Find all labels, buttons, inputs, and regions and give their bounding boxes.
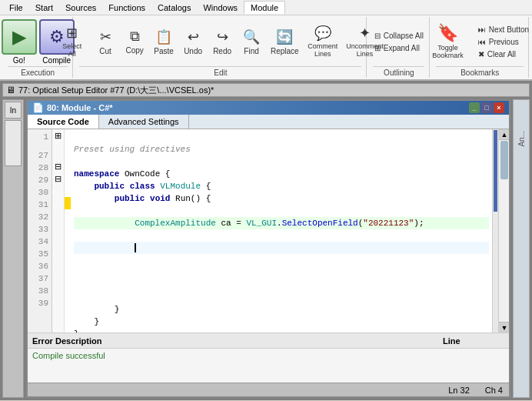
clear-all-button[interactable]: ✖ Clear All xyxy=(474,48,532,60)
outer-title-bar: 🖥 77: Optical Setup Editor #77 (D:\大三\..… xyxy=(2,83,530,97)
error-panel-header: Error Description Line xyxy=(28,333,509,349)
code-line-29: public void Run() { xyxy=(74,194,211,203)
menu-start[interactable]: Start xyxy=(29,2,59,14)
status-ch: Ch 4 xyxy=(485,386,503,395)
error-panel: Error Description Line Compile successfu… xyxy=(28,332,509,383)
prev-label: Previous xyxy=(489,38,519,46)
menu-file[interactable]: File xyxy=(3,2,29,14)
expand-icon: ⊞ xyxy=(374,44,381,52)
error-panel-content: Compile successful xyxy=(28,349,509,383)
collapse-marker-29[interactable]: ⊟ xyxy=(52,172,64,185)
ribbon-group-outlining: ⊟ Collapse All ⊞ Expand All Outlining xyxy=(368,17,430,78)
go-label: Go! xyxy=(13,56,25,65)
editor-tabs: Source Code Advanced Settings xyxy=(28,115,509,129)
collapse-icon: ⊟ xyxy=(374,32,381,40)
code-line-28: public class VLModule { xyxy=(74,182,211,191)
right-gutter xyxy=(492,129,498,332)
collapse-all-button[interactable]: ⊟ Collapse All xyxy=(371,30,427,42)
replace-label: Replace xyxy=(271,47,299,55)
maximize-button[interactable]: □ xyxy=(481,102,492,113)
clear-label: Clear All xyxy=(487,50,516,58)
execution-group-label: Execution xyxy=(8,66,68,78)
code-markers xyxy=(65,129,71,332)
yellow-marker-31 xyxy=(65,197,71,209)
editor-window: 📄 80: Module - C#* _ □ × Source Code Adv… xyxy=(26,99,510,398)
edit-group-label: Edit xyxy=(79,66,361,78)
prev-icon: ⏮ xyxy=(478,38,486,46)
main-content-row: In 📄 80: Module - C#* _ □ × Source Code … xyxy=(2,99,530,398)
copy-button[interactable]: ⧉ Copy xyxy=(121,25,148,58)
ribbon-group-edit: ⊞ Select All ✂ Cut ⧉ Copy 📋 Paste ↩ Undo… xyxy=(75,17,367,78)
find-label: Find xyxy=(244,47,258,55)
clear-icon: ✖ xyxy=(478,50,484,58)
tab-source-code[interactable]: Source Code xyxy=(28,115,99,129)
cut-button[interactable]: ✂ Cut xyxy=(91,25,119,58)
paste-button[interactable]: 📋 Paste xyxy=(150,25,178,58)
select-all-button[interactable]: ⊞ Select All xyxy=(54,22,90,62)
comment-lines-button[interactable]: 💬 CommentLines xyxy=(304,22,341,62)
outer-window-icon: 🖥 xyxy=(6,85,15,95)
editor-title-text: 80: Module - C#* xyxy=(47,103,113,112)
replace-button[interactable]: 🔄 Replace xyxy=(267,25,302,58)
code-line-31: ComplexAmplitude ca = VL_GUI.SelectOpenF… xyxy=(74,217,489,229)
menu-sources[interactable]: Sources xyxy=(59,2,102,14)
ribbon-group-bookmarks: 🔖 ToggleBookmark ⏭ Next Button ⏮ Previou… xyxy=(431,17,529,78)
status-ln: Ln 32 xyxy=(448,386,470,395)
toggle-bookmark-label: ToggleBookmark xyxy=(432,45,464,60)
collapse-marker-28[interactable]: ⊟ xyxy=(52,160,64,172)
editor-title-bar: 📄 80: Module - C#* _ □ × xyxy=(28,101,509,115)
next-label: Next Button xyxy=(489,25,529,34)
code-editor[interactable]: Preset using directives namespace OwnCod… xyxy=(71,129,492,332)
menu-bar: File Start Sources Functions Catalogs Wi… xyxy=(0,0,532,15)
right-panel-label[interactable]: An... xyxy=(517,131,526,147)
right-panel: An... xyxy=(513,99,530,398)
workspace: 🖥 77: Optical Setup Editor #77 (D:\大三\..… xyxy=(0,81,532,400)
code-line-38: } xyxy=(74,329,79,332)
status-bar: Ln 32 Ch 4 xyxy=(28,383,509,396)
menu-functions[interactable]: Functions xyxy=(102,2,151,14)
outer-window-title: 77: Optical Setup Editor #77 (D:\大三\...\… xyxy=(18,85,214,96)
tab-advanced-settings[interactable]: Advanced Settings xyxy=(99,115,189,129)
menu-windows[interactable]: Windows xyxy=(197,2,244,14)
vertical-scrollbar[interactable]: ▲ ▼ xyxy=(498,129,509,332)
close-button[interactable]: × xyxy=(494,102,504,113)
redo-button[interactable]: ↪ Redo xyxy=(208,25,236,58)
menu-catalogs[interactable]: Catalogs xyxy=(151,2,197,14)
collapse-marker-1[interactable]: ⊞ xyxy=(52,129,64,142)
code-gutter: ⊞ ⊟ ⊟ xyxy=(52,129,65,332)
code-line-27: namespace OwnCode { xyxy=(74,169,170,179)
comment-label: CommentLines xyxy=(308,43,337,58)
find-button[interactable]: 🔍 Find xyxy=(238,25,265,58)
left-panel-area[interactable] xyxy=(5,120,22,166)
ribbon: ▶ Go! ⚙ Compile Execution ⊞ Select All ✂… xyxy=(0,15,532,81)
undo-button[interactable]: ↩ Undo xyxy=(179,25,207,58)
code-line-36: } xyxy=(74,305,119,314)
expand-label: Expand All xyxy=(384,44,420,52)
expand-all-button[interactable]: ⊞ Expand All xyxy=(371,42,427,54)
left-panel: In xyxy=(2,99,24,398)
code-line-37: } xyxy=(74,317,99,326)
left-panel-btn-1[interactable]: In xyxy=(5,102,22,119)
go-button[interactable]: ▶ xyxy=(2,19,37,55)
undo-label: Undo xyxy=(184,47,202,55)
copy-label: Copy xyxy=(125,46,143,55)
cut-label: Cut xyxy=(99,47,111,55)
error-line-header: Line xyxy=(443,336,504,346)
minimize-button[interactable]: _ xyxy=(469,102,480,113)
scroll-thumb[interactable] xyxy=(500,141,508,179)
outlining-group-label: Outlining xyxy=(373,66,424,78)
previous-button[interactable]: ⏮ Previous xyxy=(474,36,532,48)
menu-module[interactable]: Module xyxy=(244,1,285,14)
redo-label: Redo xyxy=(213,47,231,55)
bookmark-icon: 🔖 xyxy=(437,23,458,43)
module-icon: 📄 xyxy=(32,102,44,113)
bookmarks-group-label: Bookmarks xyxy=(436,66,524,78)
next-button[interactable]: ⏭ Next Button xyxy=(474,24,532,35)
code-area: 1 27 28 29 30 31 32 33 34 35 36 37 38 39 xyxy=(28,129,509,332)
collapse-label: Collapse All xyxy=(384,32,424,40)
scroll-up-button[interactable]: ▲ xyxy=(499,129,509,140)
line-numbers: 1 27 28 29 30 31 32 33 34 35 36 37 38 39 xyxy=(28,129,52,332)
toggle-bookmark-button[interactable]: 🔖 ToggleBookmark xyxy=(427,19,469,64)
scroll-down-button[interactable]: ▼ xyxy=(499,322,509,332)
code-line-32-cursor: ​ xyxy=(74,242,489,254)
